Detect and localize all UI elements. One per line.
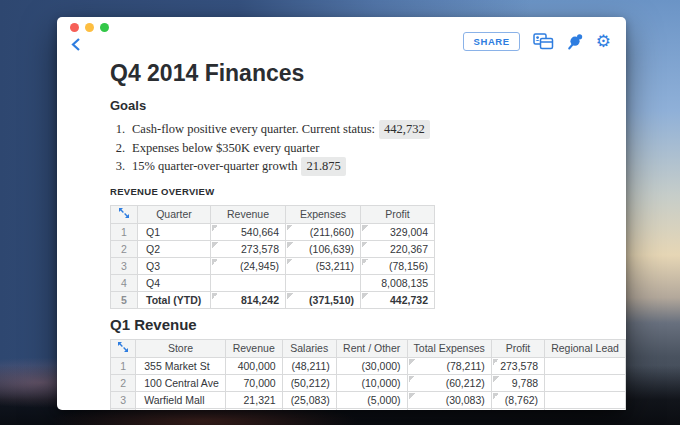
table-cell[interactable] [545, 374, 626, 391]
table-cell[interactable] [491, 408, 544, 410]
table-cell[interactable]: 400,000 [225, 357, 282, 374]
table-corner-expand-icon[interactable] [111, 339, 136, 357]
table-cell[interactable] [336, 408, 407, 410]
table-cell[interactable]: Total (YTD) [138, 291, 211, 308]
table-cell[interactable] [286, 274, 361, 291]
table-cell[interactable]: (25,083) [282, 391, 336, 408]
revenue-overview-label[interactable]: REVENUE OVERVIEW [110, 187, 626, 197]
table-cell[interactable] [225, 408, 282, 410]
table-cell[interactable] [407, 408, 491, 410]
formula-corner-mark [493, 376, 499, 382]
table-cell[interactable]: (78,211) [407, 357, 491, 374]
row-number[interactable]: 1 [111, 357, 136, 374]
column-header[interactable]: Salaries [282, 339, 336, 357]
column-header[interactable]: Store [136, 339, 226, 357]
table-cell[interactable]: (371,510) [286, 291, 361, 308]
table-cell[interactable]: (24,945) [211, 257, 286, 274]
goals-list: 1.Cash-flow positive every quarter. Curr… [110, 120, 626, 176]
column-header[interactable]: Total Expenses [407, 339, 491, 357]
table-cell[interactable]: (30,083) [407, 391, 491, 408]
table-cell[interactable]: 8,008,135 [361, 274, 435, 291]
settings-gear-icon[interactable]: ⚙ [596, 31, 611, 51]
column-header[interactable]: Revenue [211, 205, 286, 223]
table-cell[interactable]: 70,000 [225, 374, 282, 391]
pin-icon[interactable] [567, 31, 583, 51]
formula-corner-mark [362, 225, 368, 231]
documents-icon[interactable] [533, 31, 554, 51]
table-cell[interactable]: 355 Market St [136, 357, 226, 374]
table-cell[interactable] [545, 357, 626, 374]
goal-text[interactable]: 15% quarter-over-quarter growth [132, 157, 297, 176]
column-header[interactable]: Expenses [286, 205, 361, 223]
row-number[interactable]: 4 [111, 274, 138, 291]
table-cell[interactable] [136, 408, 226, 410]
row-number[interactable]: 1 [111, 223, 138, 240]
table-cell[interactable]: Q4 [138, 274, 211, 291]
column-header[interactable]: Profit [491, 339, 544, 357]
goal-status-badge[interactable]: 21.875 [301, 157, 345, 176]
goal-text[interactable]: Expenses below $350K every quarter [132, 139, 319, 158]
table-cell[interactable]: 220,367 [361, 240, 435, 257]
table-cell[interactable] [282, 408, 336, 410]
table-cell[interactable] [211, 274, 286, 291]
table-cell[interactable]: 329,004 [361, 223, 435, 240]
table-cell[interactable]: (5,000) [336, 391, 407, 408]
table-cell[interactable]: (53,211) [286, 257, 361, 274]
zoom-button[interactable] [100, 23, 109, 32]
row-number[interactable]: 2 [111, 240, 138, 257]
table-cell[interactable]: (10,000) [336, 374, 407, 391]
goals-heading[interactable]: Goals [110, 99, 626, 113]
goal-item[interactable]: 3.15% quarter-over-quarter growth21.875 [110, 157, 626, 176]
table-row: 3Q3(24,945)(53,211)(78,156) [111, 257, 435, 274]
table-cell[interactable]: 21,321 [225, 391, 282, 408]
table-corner-expand-icon[interactable] [111, 205, 138, 223]
goal-item[interactable]: 1.Cash-flow positive every quarter. Curr… [110, 120, 626, 139]
minimize-button[interactable] [85, 23, 94, 32]
goal-status-badge[interactable]: 442,732 [379, 120, 430, 139]
revenue-overview-table-container: QuarterRevenueExpensesProfit1Q1540,664(2… [110, 205, 626, 309]
column-header[interactable]: Profit [361, 205, 435, 223]
formula-corner-mark [287, 225, 293, 231]
goal-item[interactable]: 2.Expenses below $350K every quarter [110, 139, 626, 158]
table-cell[interactable]: (106,639) [286, 240, 361, 257]
table-cell[interactable]: 442,732 [361, 291, 435, 308]
document-canvas[interactable]: Q4 2014 Finances Goals 1.Cash-flow posit… [57, 55, 626, 410]
table-cell[interactable]: 814,242 [211, 291, 286, 308]
table-cell[interactable]: (48,211) [282, 357, 336, 374]
table-cell[interactable]: 100 Central Ave [136, 374, 226, 391]
table-cell[interactable]: Q1 [138, 223, 211, 240]
table-cell[interactable]: (50,212) [282, 374, 336, 391]
table-row: 4Q48,008,135 [111, 274, 435, 291]
q1-revenue-heading[interactable]: Q1 Revenue [110, 317, 626, 333]
table-cell[interactable]: (211,660) [286, 223, 361, 240]
back-button[interactable] [70, 37, 84, 52]
table-cell[interactable]: Q2 [138, 240, 211, 257]
table-cell[interactable]: (8,762) [491, 391, 544, 408]
row-number[interactable]: 4 [111, 408, 136, 410]
page-title[interactable]: Q4 2014 Finances [110, 60, 626, 86]
q1-revenue-table-container: StoreRevenueSalariesRent / OtherTotal Ex… [110, 339, 626, 411]
table-cell[interactable] [545, 408, 626, 410]
row-number[interactable]: 5 [111, 291, 138, 308]
table-cell[interactable]: 273,578 [491, 357, 544, 374]
table-cell[interactable]: (78,156) [361, 257, 435, 274]
table-cell[interactable] [545, 391, 626, 408]
column-header[interactable]: Revenue [225, 339, 282, 357]
table-cell[interactable]: 540,664 [211, 223, 286, 240]
goal-text[interactable]: Cash-flow positive every quarter. Curren… [132, 120, 375, 139]
column-header[interactable]: Rent / Other [336, 339, 407, 357]
table-row: 5Total (YTD)814,242(371,510)442,732 [111, 291, 435, 308]
table-cell[interactable]: 273,578 [211, 240, 286, 257]
row-number[interactable]: 2 [111, 374, 136, 391]
table-cell[interactable]: Warfield Mall [136, 391, 226, 408]
table-cell[interactable]: 9,788 [491, 374, 544, 391]
column-header[interactable]: Quarter [138, 205, 211, 223]
share-button[interactable]: SHARE [463, 32, 519, 51]
table-cell[interactable]: (30,000) [336, 357, 407, 374]
row-number[interactable]: 3 [111, 391, 136, 408]
table-cell[interactable]: Q3 [138, 257, 211, 274]
table-cell[interactable]: (60,212) [407, 374, 491, 391]
close-button[interactable] [70, 23, 79, 32]
row-number[interactable]: 3 [111, 257, 138, 274]
column-header[interactable]: Regional Lead [545, 339, 626, 357]
